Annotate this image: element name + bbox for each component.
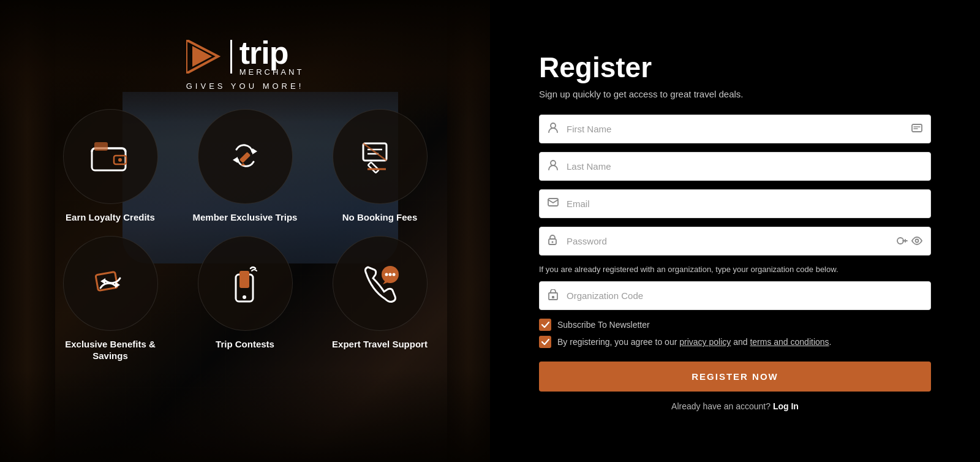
feature-label-exclusive-benefits: Exclusive Benefits & Savings — [52, 338, 168, 362]
message-icon-firstname — [911, 124, 922, 134]
feature-label-earn-loyalty: Earn Loyalty Credits — [66, 211, 155, 224]
login-prompt-text: Already have an account? — [671, 401, 771, 411]
feature-circle-member-exclusive — [198, 109, 293, 204]
terms-link[interactable]: terms and conditions — [750, 337, 829, 347]
feature-trip-contests: Trip Contests — [187, 236, 303, 362]
terms-checkbox[interactable] — [539, 336, 551, 348]
org-code-hint: If you are already registered with an or… — [539, 264, 931, 275]
arrows-exchange-icon — [224, 135, 266, 178]
org-code-group — [539, 281, 931, 310]
newsletter-checkbox[interactable] — [539, 319, 551, 331]
phone-chat-icon — [358, 262, 401, 305]
logo-container: trip MERCHANT — [186, 37, 304, 77]
login-row: Already have an account? Log In — [539, 401, 931, 411]
register-button[interactable]: REGISTER NOW — [539, 362, 931, 392]
svg-point-25 — [393, 273, 396, 276]
svg-point-24 — [389, 273, 392, 276]
feature-expert-support: Expert Travel Support — [322, 236, 438, 362]
svg-rect-27 — [912, 124, 922, 132]
tag-pencil-icon — [358, 135, 401, 178]
logo-arrow-icon — [186, 40, 223, 74]
svg-rect-13 — [368, 162, 379, 173]
first-name-group — [539, 115, 931, 143]
password-input[interactable] — [539, 227, 931, 256]
feature-label-trip-contests: Trip Contests — [216, 338, 274, 350]
left-panel: trip MERCHANT GIVES YOU MORE! — [0, 0, 490, 462]
svg-rect-5 — [94, 142, 108, 151]
svg-point-21 — [243, 295, 246, 299]
phone-signal-icon — [224, 262, 266, 305]
feature-member-exclusive: Member Exclusive Trips — [187, 109, 303, 224]
wallet-icon — [89, 135, 132, 178]
person-icon-lastname — [548, 159, 559, 173]
login-link[interactable]: Log In — [773, 401, 799, 411]
svg-marker-7 — [233, 157, 238, 163]
last-name-group — [539, 152, 931, 181]
password-group — [539, 227, 931, 256]
logo-merchant-text: MERCHANT — [239, 67, 304, 77]
svg-rect-35 — [552, 296, 554, 298]
feature-circle-trip-contests — [198, 236, 293, 331]
logo-trip-text: trip — [239, 37, 288, 69]
feature-exclusive-benefits: Exclusive Benefits & Savings — [52, 236, 168, 362]
newsletter-checkbox-row[interactable]: Subscribe To Newsletter — [539, 319, 931, 331]
email-group — [539, 189, 931, 218]
feature-circle-expert-support — [333, 236, 428, 331]
newsletter-label: Subscribe To Newsletter — [557, 320, 650, 330]
lock-icon — [548, 234, 557, 248]
svg-line-15 — [363, 143, 386, 161]
svg-point-31 — [552, 241, 554, 243]
building-icon — [548, 289, 559, 303]
feature-circle-no-booking — [333, 109, 428, 204]
register-subtitle: Sign up quickly to get access to great t… — [539, 89, 931, 99]
svg-rect-8 — [239, 151, 250, 162]
feature-label-no-booking: No Booking Fees — [342, 211, 418, 224]
right-panel: Register Sign up quickly to get access t… — [490, 0, 980, 462]
person-icon-firstname — [548, 122, 559, 135]
svg-point-33 — [916, 240, 919, 243]
svg-point-28 — [551, 161, 556, 165]
terms-label: By registering, you agree to our privacy… — [557, 337, 831, 347]
feature-no-booking: No Booking Fees — [322, 109, 438, 224]
left-content: trip MERCHANT GIVES YOU MORE! — [0, 0, 490, 462]
logo-text-container: trip MERCHANT — [239, 37, 304, 77]
feature-label-member-exclusive: Member Exclusive Trips — [193, 211, 298, 224]
password-icons — [897, 236, 922, 246]
key-icon[interactable] — [897, 236, 908, 246]
org-code-input[interactable] — [539, 281, 931, 310]
feature-circle-exclusive-benefits — [63, 236, 158, 331]
privacy-policy-link[interactable]: privacy policy — [679, 337, 731, 347]
eye-icon[interactable] — [911, 236, 922, 246]
logo-tagline: GIVES YOU MORE! — [186, 81, 304, 91]
svg-marker-6 — [252, 148, 257, 154]
first-name-input[interactable] — [539, 115, 931, 143]
tag-arrows-icon — [89, 262, 132, 305]
last-name-input[interactable] — [539, 152, 931, 181]
svg-point-26 — [551, 123, 556, 128]
feature-earn-loyalty: Earn Loyalty Credits — [52, 109, 168, 224]
svg-point-23 — [385, 273, 388, 276]
envelope-icon — [548, 198, 559, 209]
features-grid: Earn Loyalty Credits — [52, 109, 438, 362]
svg-rect-20 — [239, 271, 249, 288]
svg-point-4 — [118, 158, 122, 162]
logo-divider — [230, 40, 232, 74]
feature-circle-earn-loyalty — [63, 109, 158, 204]
feature-label-expert-support: Expert Travel Support — [332, 338, 428, 350]
terms-checkbox-row[interactable]: By registering, you agree to our privacy… — [539, 336, 931, 348]
svg-marker-18 — [100, 278, 105, 284]
register-title: Register — [539, 51, 931, 84]
email-input[interactable] — [539, 189, 931, 218]
